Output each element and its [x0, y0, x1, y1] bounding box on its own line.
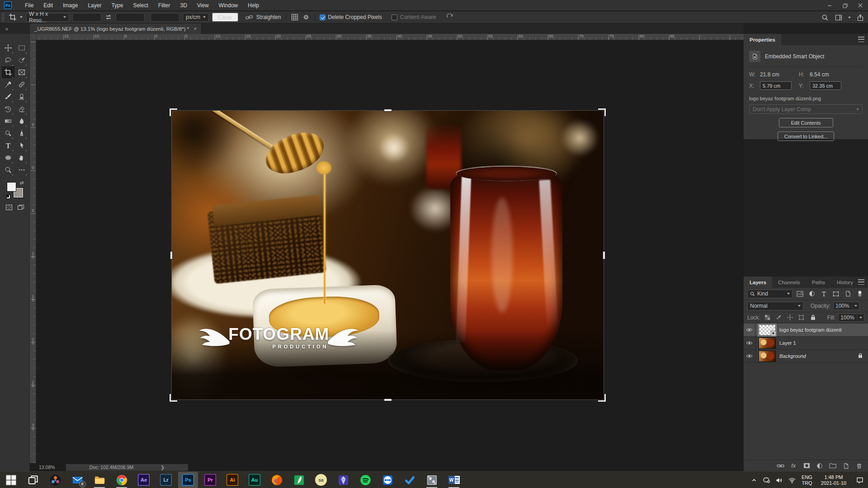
foreground-color-swatch[interactable]	[7, 182, 16, 192]
add-layer-mask-icon[interactable]	[802, 462, 811, 470]
zoom-level[interactable]: 13.08%	[39, 465, 66, 470]
y-position-input[interactable]	[810, 81, 841, 90]
tool-lasso-icon[interactable]	[2, 54, 14, 66]
tool-spot-healing-icon[interactable]	[15, 79, 28, 90]
workspace-switcher-icon[interactable]	[835, 14, 843, 22]
taskbar-teamviewer[interactable]	[377, 472, 397, 488]
menu-item-help[interactable]: Help	[243, 0, 264, 11]
tool-gradient-icon[interactable]	[2, 115, 14, 127]
canvas-area[interactable]: FOTOGRAM PRODUCTION	[30, 34, 744, 463]
lock-pixels-icon[interactable]	[774, 314, 783, 322]
taskbar-firefox[interactable]	[267, 472, 287, 488]
x-position-input[interactable]	[760, 81, 792, 90]
blend-mode-select[interactable]: Normal	[747, 302, 803, 310]
layer-visibility-eye-icon[interactable]	[744, 350, 755, 362]
status-chevron-icon[interactable]: ❯	[160, 465, 165, 470]
new-group-icon[interactable]	[828, 462, 837, 470]
menu-item-edit[interactable]: Edit	[38, 0, 58, 11]
tool-clone-stamp-icon[interactable]	[15, 91, 28, 103]
tab-history[interactable]: History	[831, 277, 859, 288]
layer-row[interactable]: Background	[744, 350, 868, 363]
taskbar-sa-app[interactable]: sa	[311, 472, 331, 488]
search-icon[interactable]	[821, 14, 829, 22]
swap-dimensions-icon[interactable]	[104, 13, 113, 21]
layer-visibility-eye-icon[interactable]	[744, 324, 755, 336]
filter-type-layers-icon[interactable]	[819, 290, 829, 298]
resolution-unit-select[interactable]: px/cm	[183, 13, 209, 22]
taskbar-mail[interactable]: 8	[67, 472, 87, 488]
close-button[interactable]	[853, 0, 868, 11]
crop-overlay-grid-icon[interactable]	[291, 13, 299, 21]
content-aware-checkbox[interactable]	[392, 14, 397, 20]
content-aware-option[interactable]: Content-Aware	[392, 14, 436, 20]
adjustment-layer-icon[interactable]	[815, 462, 824, 470]
tool-shape-icon[interactable]	[2, 152, 14, 164]
tab-close-icon[interactable]: ×	[193, 26, 197, 32]
tab-channels[interactable]: Channels	[772, 277, 806, 288]
tool-preset-caret-icon[interactable]	[20, 16, 23, 18]
layer-row[interactable]: logo beyaz footgram düzenli	[744, 324, 868, 337]
crop-handle-right[interactable]	[603, 251, 605, 259]
taskbar-after-effects[interactable]: Ae	[134, 472, 154, 488]
color-swatches[interactable]: ⇄	[7, 182, 23, 197]
document-size-info[interactable]: Doc: 102.4M/206.9M ❯	[66, 464, 188, 471]
tool-zoom-icon[interactable]	[2, 164, 14, 176]
tool-eyedropper-icon[interactable]	[2, 79, 14, 90]
taskbar-crystal-app[interactable]	[333, 472, 353, 488]
tool-history-brush-icon[interactable]	[2, 103, 14, 115]
tab-properties[interactable]: Properties	[744, 34, 781, 45]
menu-item-type[interactable]: Type	[106, 0, 128, 11]
taskbar-premiere[interactable]: Pr	[200, 472, 220, 488]
crop-tool-icon[interactable]	[9, 13, 17, 21]
layer-filter-select[interactable]: Kind	[747, 290, 793, 298]
screen-mode-icon[interactable]	[17, 204, 24, 212]
crop-resolution-input[interactable]	[151, 13, 179, 22]
filter-toggle-icon[interactable]	[855, 290, 865, 298]
layer-thumbnail[interactable]	[759, 324, 776, 336]
menu-item-select[interactable]: Select	[128, 0, 153, 11]
document-tab[interactable]: _UGR8655.NEF @ 13.1% (logo beyaz footgra…	[30, 23, 202, 34]
lock-artboard-icon[interactable]	[797, 314, 806, 322]
taskbar-lightroom[interactable]: Lr	[156, 472, 176, 488]
layer-comp-select[interactable]: Don't Apply Layer Comp	[749, 104, 863, 114]
tool-move-icon[interactable]	[2, 42, 14, 54]
minimize-button[interactable]	[822, 0, 837, 11]
tool-crop-icon[interactable]	[2, 66, 14, 78]
tool-brush-icon[interactable]	[2, 91, 14, 103]
collapse-panels-icon[interactable]: «	[0, 23, 14, 34]
taskbar-chrome[interactable]	[112, 472, 132, 488]
crop-handle-bottom-right[interactable]	[598, 394, 606, 402]
lock-transparency-icon[interactable]	[763, 314, 772, 322]
default-colors-icon[interactable]	[6, 195, 10, 199]
lock-all-icon[interactable]	[808, 314, 817, 322]
menu-item-view[interactable]: View	[192, 0, 214, 11]
clear-button[interactable]: Clear	[212, 13, 238, 22]
meet-now-icon[interactable]	[760, 472, 773, 488]
language-indicator[interactable]: ENG TRQ	[798, 474, 816, 486]
crop-handle-bottom-left[interactable]	[170, 394, 177, 402]
tool-object-selection-icon[interactable]	[15, 54, 28, 66]
taskbar-todo-check[interactable]	[400, 472, 420, 488]
menu-item-3d[interactable]: 3D	[175, 0, 192, 11]
menu-item-window[interactable]: Window	[214, 0, 243, 11]
layer-name[interactable]: logo beyaz footgram düzenli	[779, 327, 842, 333]
straighten-icon[interactable]	[245, 13, 253, 21]
tool-eraser-icon[interactable]	[15, 103, 28, 115]
straighten-label[interactable]: Straighten	[256, 14, 281, 20]
tool-frame-icon[interactable]	[15, 66, 28, 78]
panel-menu-icon[interactable]	[858, 279, 864, 285]
tool-pen-icon[interactable]	[15, 127, 28, 139]
crop-handle-bottom[interactable]	[384, 399, 392, 401]
tab-layers[interactable]: Layers	[744, 277, 772, 288]
taskbar-start[interactable]	[1, 472, 21, 488]
taskbar-task-view[interactable]	[23, 472, 43, 488]
menu-item-layer[interactable]: Layer	[83, 0, 106, 11]
taskbar-photoshop[interactable]: Ps	[178, 472, 198, 488]
convert-to-linked-button[interactable]: Convert to Linked...	[778, 131, 834, 141]
menu-item-image[interactable]: Image	[58, 0, 83, 11]
tab-paths[interactable]: Paths	[806, 277, 831, 288]
layer-name[interactable]: Layer 1	[779, 340, 796, 346]
taskbar-word[interactable]: W	[444, 472, 464, 488]
filter-adjustment-layers-icon[interactable]	[807, 290, 816, 298]
menu-item-file[interactable]: File	[20, 0, 38, 11]
